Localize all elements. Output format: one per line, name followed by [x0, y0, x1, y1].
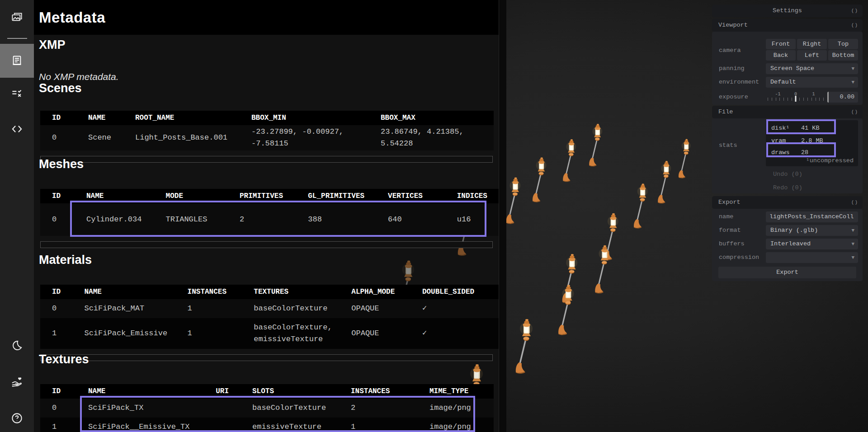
export-compression-select[interactable]: ▼: [766, 252, 858, 263]
stats-readout: ¹uncompressed disk¹41 KBvram2.8 MBdraws2…: [766, 120, 858, 166]
table-cell: 0: [40, 299, 72, 318]
lamp-post-model: [556, 136, 577, 182]
lamp-post-model: [587, 242, 611, 293]
code-icon[interactable]: [11, 123, 23, 135]
viewport-folder-header[interactable]: Viewport (): [712, 19, 863, 32]
fold-icon[interactable]: (): [851, 19, 858, 32]
table-row: 1SciFiPack__Emissive_TXemissiveTexture1i…: [40, 418, 494, 432]
table-cell: SciFiPack_Emissive: [72, 318, 175, 349]
panning-label: panning: [719, 65, 745, 72]
table-cell: Scene: [76, 125, 123, 150]
table-row: 0SciFiPack_TXbaseColorTexture2image/png: [40, 399, 494, 418]
column-header: BBOX_MAX: [369, 111, 494, 125]
fold-icon[interactable]: (): [851, 196, 858, 209]
report-icon[interactable]: [11, 54, 23, 66]
undo-button[interactable]: Undo (0): [766, 169, 858, 180]
donate-hand-heart-icon[interactable]: [11, 376, 23, 388]
page-title: Metadata: [39, 0, 105, 35]
table-cell: baseColorTexture: [242, 299, 340, 318]
exposure-slider-handle[interactable]: [795, 96, 797, 102]
camera-view-button-right[interactable]: Right: [797, 39, 827, 49]
camera-view-button-top[interactable]: Top: [828, 39, 858, 49]
export-name-label: name: [719, 213, 733, 220]
exposure-slider[interactable]: -1 0 1: [766, 90, 826, 104]
camera-view-button-bottom[interactable]: Bottom: [828, 50, 858, 61]
table-cell: 2: [339, 399, 418, 418]
lamp-post-model: [651, 158, 672, 203]
toolbar-divider: [7, 38, 27, 39]
export-buffers-select[interactable]: Interleaved ▼: [766, 239, 858, 249]
table-scenes: IDNAMEROOT_NAMEBBOX_MINBBOX_MAX0SceneLig…: [40, 111, 494, 163]
environment-select[interactable]: Default ▼: [766, 77, 858, 88]
table-cell: image/png: [418, 399, 494, 418]
table-cell: 0: [40, 125, 76, 150]
redo-button[interactable]: Redo (0): [766, 183, 858, 193]
table-cell: 1: [339, 418, 418, 432]
export-folder-body: name lightPosts_InstanceColl format Bina…: [712, 209, 863, 281]
table-cell: emissiveTexture: [241, 418, 339, 432]
settings-header[interactable]: Settings (): [712, 5, 863, 17]
column-header: PRIMITIVES: [228, 189, 296, 203]
table-footer-bar: [40, 156, 493, 163]
fold-icon[interactable]: (): [851, 5, 858, 17]
export-folder-header[interactable]: Export (): [712, 196, 863, 209]
table-cell: 1: [176, 318, 242, 349]
exposure-label: exposure: [719, 94, 748, 100]
table-meshes: IDNAMEMODEPRIMITIVESGL_PRIMITIVESVERTICE…: [40, 189, 506, 248]
chevron-down-icon: ▼: [851, 225, 854, 236]
theme-moon-icon[interactable]: [11, 339, 23, 352]
column-header: BBOX_MIN: [240, 111, 369, 125]
report-scrollbar-track[interactable]: [499, 0, 506, 432]
table-cell: baseColorTexture: [241, 399, 339, 418]
column-header: ID: [40, 285, 72, 299]
table-cell: 0: [40, 399, 76, 418]
export-button[interactable]: Export: [718, 267, 856, 278]
table-cell: TRIANGLES: [154, 203, 228, 236]
table-cell: 1: [176, 299, 242, 318]
table-cell: ✓: [410, 318, 506, 349]
section-title-xmp: XMP: [39, 38, 66, 52]
lamp-post-model: [582, 121, 603, 166]
images-icon[interactable]: [11, 11, 23, 23]
lamp-post-model: [550, 281, 575, 335]
exposure-value-field[interactable]: 0.00: [827, 92, 858, 103]
panning-select[interactable]: Screen Space ▼: [766, 63, 858, 74]
file-folder-header[interactable]: File (): [712, 106, 863, 118]
table-row: 1SciFiPack_Emissive1baseColorTexture, em…: [40, 318, 506, 349]
camera-view-button-left[interactable]: Left: [797, 50, 827, 61]
stat-value: 2.8 MB: [801, 137, 823, 144]
report-panel: Metadata XMPNo XMP metadata.ScenesIDNAME…: [34, 0, 506, 432]
column-header: ROOT_NAME: [123, 111, 240, 125]
column-header: SLOTS: [241, 384, 339, 399]
camera-view-button-back[interactable]: Back: [766, 50, 796, 61]
table-cell: SciFiPack_TX: [76, 399, 194, 418]
table-cell: SciFiPack_MAT: [72, 299, 175, 318]
fold-icon[interactable]: (): [851, 106, 858, 118]
export-name-input[interactable]: lightPosts_InstanceColl: [766, 211, 858, 222]
table-cell: 640: [376, 203, 445, 236]
gltf-report-app: Metadata XMPNo XMP metadata.ScenesIDNAME…: [0, 0, 868, 432]
chevron-down-icon: ▼: [851, 252, 854, 263]
camera-label: camera: [719, 47, 741, 54]
export-buffers-label: buffers: [719, 240, 745, 247]
validation-icon[interactable]: [11, 87, 23, 99]
table-cell: 23.86749, 4.21385, 5.54228: [369, 125, 494, 150]
table-cell: SciFiPack__Emissive_TX: [76, 418, 194, 432]
table-cell: 388: [296, 203, 376, 236]
column-header: ID: [40, 189, 75, 203]
export-format-select[interactable]: Binary (.glb) ▼: [766, 225, 858, 236]
table-cell: Light_Posts_Base.001: [123, 125, 240, 150]
table-cell: u16: [445, 203, 506, 236]
stat-value: 41 KB: [801, 125, 820, 131]
table-cell: 1: [40, 318, 72, 349]
column-header: NAME: [72, 285, 175, 299]
lamp-post-model: [672, 136, 691, 178]
table-cell: -23.27899, -0.00927, -7.58115: [240, 125, 369, 150]
lamp-post-model: [506, 315, 533, 374]
column-header: NAME: [76, 384, 194, 399]
column-header: ID: [40, 384, 76, 399]
lamp-post-model: [525, 154, 547, 202]
camera-view-button-front[interactable]: Front: [766, 39, 796, 49]
help-icon[interactable]: [11, 412, 23, 424]
section-title-materials: Materials: [39, 253, 92, 267]
